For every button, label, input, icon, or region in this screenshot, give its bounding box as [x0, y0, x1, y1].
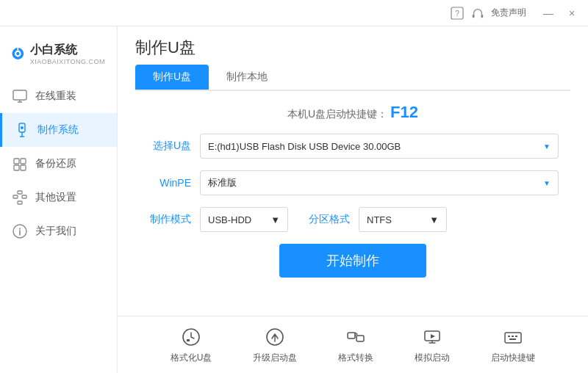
main-content: 制作U盘 制作U盘 制作本地 本机U盘启动快捷键： F12 选择U盘 E:(hd… [118, 26, 588, 373]
info-icon [12, 223, 28, 239]
mode-label: 制作模式 [147, 213, 191, 226]
logo-text-area: 小白系统 XIAOBAIXITONG.COM [30, 43, 105, 65]
svg-rect-17 [22, 195, 26, 198]
sidebar-item-other-settings[interactable]: 其他设置 [0, 181, 117, 214]
svg-rect-28 [515, 336, 517, 337]
mode-arrow: ▼ [270, 214, 280, 225]
svg-rect-29 [509, 338, 516, 340]
sidebar-item-backup-restore-label: 备份还原 [35, 157, 76, 170]
tool-upgrade-boot[interactable]: 升级启动盘 [232, 319, 318, 370]
mode-partition-row: 制作模式 USB-HDD ▼ 分区格式 NTFS ▼ [147, 207, 559, 232]
svg-rect-26 [508, 336, 510, 337]
usb-icon [14, 122, 30, 138]
usb-select-value: E:(hd1)USB Flash Disk USB Device 30.00GB [208, 141, 401, 152]
svg-rect-8 [13, 90, 26, 100]
svg-rect-18 [18, 201, 22, 204]
svg-rect-23 [356, 336, 364, 341]
sidebar-item-online-reinstall-label: 在线重装 [35, 90, 76, 103]
usb-label: 选择U盘 [147, 140, 191, 153]
svg-rect-15 [18, 191, 22, 194]
start-button[interactable]: 开始制作 [279, 244, 426, 278]
tab-make-usb[interactable]: 制作U盘 [135, 65, 209, 90]
backup-icon [12, 156, 28, 172]
tool-format-usb[interactable]: 格式化U盘 [150, 319, 233, 370]
svg-rect-3 [481, 14, 484, 18]
partition-select[interactable]: NTFS ▼ [359, 207, 447, 232]
winpe-label: WinPE [147, 177, 191, 189]
tool-boot-shortcut[interactable]: 启动快捷键 [470, 319, 556, 370]
sidebar-item-backup-restore[interactable]: 备份还原 [0, 147, 117, 181]
page-title: 制作U盘 [135, 37, 196, 59]
form-area: 本机U盘启动快捷键： F12 选择U盘 E:(hd1)USB Flash Dis… [118, 91, 588, 316]
title-bar-icons: ? 免责声明 — × [450, 4, 581, 22]
headphone-icon[interactable] [470, 6, 485, 21]
app-body: 小白系统 XIAOBAIXITONG.COM 在线重装 [0, 26, 588, 373]
sidebar-item-make-system[interactable]: 制作系统 [0, 113, 117, 147]
svg-point-6 [16, 52, 19, 55]
svg-text:?: ? [455, 10, 459, 18]
shortcut-key: F12 [390, 103, 418, 121]
keyboard-icon [501, 325, 525, 349]
help-icon[interactable]: ? [450, 6, 465, 21]
partition-arrow: ▼ [429, 214, 439, 225]
logo-icon [12, 40, 24, 68]
svg-rect-2 [473, 14, 475, 18]
tool-format-convert[interactable]: 格式转换 [318, 319, 394, 370]
logo-area: 小白系统 XIAOBAIXITONG.COM [0, 34, 117, 79]
sidebar-item-about[interactable]: 关于我们 [0, 214, 117, 248]
minimize-button[interactable]: — [539, 4, 557, 22]
tab-make-local[interactable]: 制作本地 [209, 65, 285, 90]
winpe-select-value: 标准版 [208, 176, 237, 189]
monitor-icon [12, 88, 28, 104]
sidebar-item-other-settings-label: 其他设置 [35, 191, 76, 204]
sidebar-item-make-system-label: 制作系统 [37, 123, 79, 137]
svg-point-10 [21, 126, 24, 129]
svg-rect-14 [21, 165, 26, 170]
sidebar-item-online-reinstall[interactable]: 在线重装 [0, 79, 117, 113]
svg-rect-27 [512, 336, 514, 337]
svg-rect-16 [13, 195, 18, 198]
winpe-select-arrow: ▼ [543, 179, 551, 187]
usb-select[interactable]: E:(hd1)USB Flash Disk USB Device 30.00GB… [200, 134, 559, 159]
close-button[interactable]: × [563, 4, 581, 22]
svg-rect-25 [505, 333, 521, 343]
usb-select-row: 选择U盘 E:(hd1)USB Flash Disk USB Device 30… [147, 134, 559, 159]
mode-select[interactable]: USB-HDD ▼ [200, 207, 288, 232]
winpe-select[interactable]: 标准版 ▼ [200, 170, 559, 195]
logo-title: 小白系统 [30, 43, 105, 58]
winpe-select-row: WinPE 标准版 ▼ [147, 170, 559, 195]
tool-format-convert-label: 格式转换 [338, 352, 373, 364]
simulate-icon [420, 325, 444, 349]
usb-select-arrow: ▼ [543, 142, 551, 151]
svg-rect-13 [14, 165, 19, 170]
title-bar: ? 免责声明 — × [0, 0, 588, 26]
mode-value: USB-HDD [208, 214, 251, 225]
svg-rect-12 [21, 159, 26, 164]
settings-icon [12, 189, 28, 206]
logo-subtitle: XIAOBAIXITONG.COM [30, 58, 105, 65]
svg-rect-22 [348, 333, 355, 338]
tabs-bar: 制作U盘 制作本地 [135, 65, 570, 91]
page-header: 制作U盘 [118, 26, 588, 59]
tool-simulate-boot[interactable]: 模拟启动 [394, 319, 470, 370]
tool-upgrade-boot-label: 升级启动盘 [253, 352, 297, 364]
svg-rect-11 [14, 159, 19, 164]
shortcut-hint-text: 本机U盘启动快捷键： [287, 108, 387, 120]
svg-rect-7 [17, 48, 18, 51]
convert-icon [344, 325, 368, 349]
tool-format-usb-label: 格式化U盘 [171, 352, 212, 364]
shortcut-hint: 本机U盘启动快捷键： F12 [147, 103, 559, 122]
upgrade-icon [263, 325, 287, 349]
tool-boot-shortcut-label: 启动快捷键 [491, 352, 535, 364]
sidebar: 小白系统 XIAOBAIXITONG.COM 在线重装 [0, 26, 118, 373]
free-declaration-link[interactable]: 免责声明 [491, 7, 526, 19]
partition-label: 分区格式 [309, 213, 350, 226]
format-icon [179, 325, 203, 349]
sidebar-item-about-label: 关于我们 [35, 225, 76, 238]
tool-simulate-boot-label: 模拟启动 [415, 352, 450, 364]
partition-value: NTFS [367, 214, 392, 225]
bottom-toolbar: 格式化U盘 升级启动盘 [118, 316, 588, 373]
